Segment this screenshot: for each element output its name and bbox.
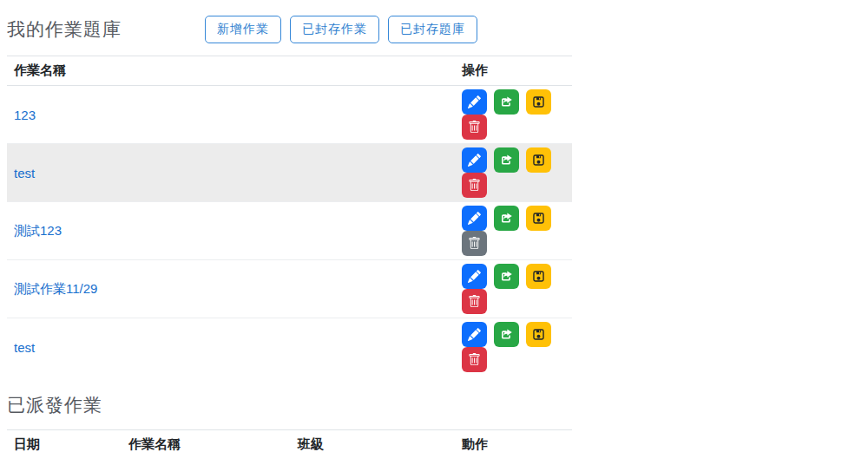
assignment-link[interactable]: 測試作業11/29 [14, 281, 97, 296]
save-button[interactable] [526, 264, 551, 289]
pencil-icon [468, 328, 481, 341]
edit-button[interactable] [462, 147, 487, 173]
floppy-icon [532, 270, 545, 283]
name-column-header: 作業名稱 [122, 430, 291, 452]
assignment-name-cell: 測試作業11/29 [7, 260, 455, 318]
actions-cell [455, 144, 572, 202]
share-icon [500, 212, 513, 225]
trash-icon [468, 179, 481, 192]
assignment-bank-table: 作業名稱 操作 123 test [7, 56, 572, 376]
bank-section-header: 我的作業題庫 新增作業 已封存作業 已封存題庫 [7, 16, 580, 43]
table-header-row: 作業名稱 操作 [7, 56, 572, 86]
actions-cell [455, 86, 572, 144]
share-button[interactable] [494, 322, 519, 347]
assignment-link[interactable]: test [14, 340, 35, 355]
archived-bank-button[interactable]: 已封存題庫 [388, 16, 477, 43]
floppy-icon [532, 212, 545, 225]
table-row: 123 [7, 86, 572, 144]
floppy-icon [532, 95, 545, 108]
save-button[interactable] [526, 147, 551, 173]
share-icon [500, 270, 513, 283]
actions-cell [455, 318, 572, 377]
delete-button[interactable] [462, 231, 487, 256]
table-row: 測試作業11/29 [7, 260, 572, 318]
assignment-name-cell: test [7, 144, 455, 202]
trash-icon [468, 121, 481, 134]
edit-button[interactable] [462, 322, 487, 347]
assigned-title: 已派發作業 [7, 393, 102, 417]
edit-button[interactable] [462, 264, 487, 289]
actions-cell [455, 202, 572, 260]
bank-toolbar: 新增作業 已封存作業 已封存題庫 [205, 16, 477, 43]
pencil-icon [468, 270, 481, 283]
share-button[interactable] [494, 206, 519, 231]
page-title: 我的作業題庫 [7, 17, 122, 42]
assignment-link[interactable]: test [14, 166, 35, 180]
assigned-section-header: 已派發作業 [7, 393, 580, 417]
table-row: test [7, 318, 572, 377]
assignment-name-cell: test [7, 318, 455, 377]
save-button[interactable] [526, 322, 551, 347]
share-button[interactable] [494, 89, 519, 115]
pencil-icon [468, 212, 481, 225]
share-icon [500, 328, 513, 341]
trash-icon [468, 353, 481, 366]
pencil-icon [468, 154, 481, 167]
delete-button[interactable] [462, 347, 487, 372]
action-column-header: 動作 [455, 430, 572, 452]
share-icon [500, 95, 513, 108]
trash-icon [468, 237, 481, 250]
name-column-header: 作業名稱 [7, 56, 455, 86]
edit-button[interactable] [462, 206, 487, 231]
date-column-header: 日期 [7, 430, 122, 452]
share-button[interactable] [494, 147, 519, 173]
trash-icon [468, 295, 481, 308]
floppy-icon [532, 154, 545, 167]
new-assignment-button[interactable]: 新增作業 [205, 16, 281, 43]
class-column-header: 班級 [291, 430, 455, 452]
table-header-row: 日期 作業名稱 班級 動作 [7, 430, 572, 452]
save-button[interactable] [526, 206, 551, 231]
share-icon [500, 154, 513, 167]
floppy-icon [532, 328, 545, 341]
delete-button[interactable] [462, 173, 487, 198]
assignment-name-cell: 123 [7, 86, 455, 144]
table-row: 測試123 [7, 202, 572, 260]
delete-button[interactable] [462, 115, 487, 140]
actions-column-header: 操作 [455, 56, 572, 86]
delete-button[interactable] [462, 289, 487, 314]
archived-assignments-button[interactable]: 已封存作業 [290, 16, 379, 43]
share-button[interactable] [494, 264, 519, 289]
table-row: test [7, 144, 572, 202]
assignment-link[interactable]: 測試123 [14, 223, 62, 238]
assignment-name-cell: 測試123 [7, 202, 455, 260]
pencil-icon [468, 95, 481, 108]
assignment-link[interactable]: 123 [14, 108, 36, 122]
actions-cell [455, 260, 572, 318]
assigned-table: 日期 作業名稱 班級 動作 2023/11/27 測試123 test1 1 2… [7, 429, 572, 452]
edit-button[interactable] [462, 89, 487, 115]
page-container: 我的作業題庫 新增作業 已封存作業 已封存題庫 作業名稱 操作 123 [0, 0, 580, 452]
save-button[interactable] [526, 89, 551, 115]
